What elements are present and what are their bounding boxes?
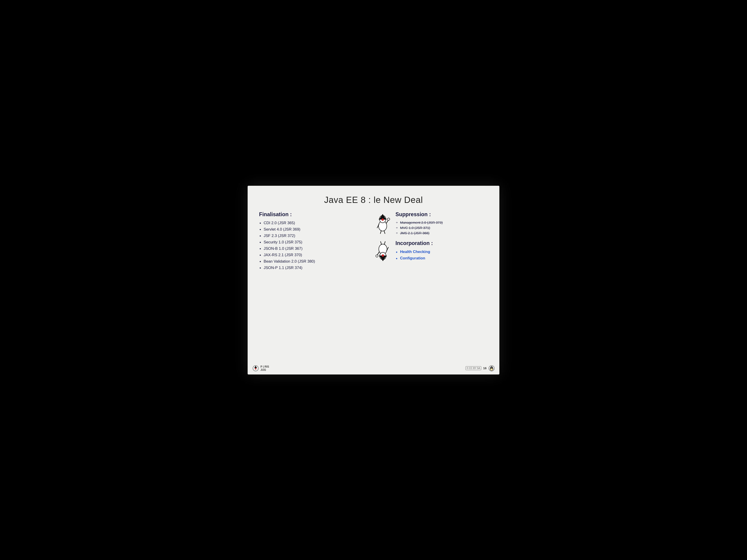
svg-point-6 [383,217,385,219]
svg-point-4 [382,218,384,221]
list-item: JSON-P 1.1 (JSR 374) [259,265,369,271]
left-column: Finalisation : CDI 2.0 (JSR 365)Servlet … [259,211,369,361]
content-area: Finalisation : CDI 2.0 (JSR 365)Servlet … [259,211,488,361]
incorporation-content: Incorporation : Health CheckingConfigura… [395,240,488,262]
svg-point-30 [490,366,493,369]
suppression-content: Suppression : Management 2.0 (JSR 373)MV… [395,211,488,236]
incorporation-title: Incorporation : [395,240,488,246]
svg-marker-25 [254,366,257,368]
svg-point-26 [255,368,256,369]
svg-line-23 [381,242,382,244]
right-column: Suppression : Management 2.0 (JSR 373)MV… [374,211,488,361]
suppression-title: Suppression : [395,211,488,217]
slide: Java EE 8 : le New Deal Finalisation : C… [248,186,499,374]
list-item: JMS 2.1 (JSR 368) [395,230,488,236]
list-item: Security 1.0 (JSR 375) [259,239,369,245]
list-item: Management 2.0 (JSR 373) [395,220,488,225]
svg-line-22 [384,242,385,244]
page-number: 16 [483,367,487,370]
svg-point-31 [491,367,492,367]
svg-line-10 [380,231,381,234]
list-item: JSF 2.3 (JSR 372) [259,233,369,239]
list-item: Bean Validation 2.0 (JSR 380) [259,258,369,265]
footer-left: P | RISJUG [252,365,269,372]
footer: P | RISJUG © CC BY SA 16 [248,365,499,372]
svg-point-32 [492,367,492,367]
duke-mascot-suppression [374,211,392,234]
list-item: JSON-B 1.0 (JSR 367) [259,245,369,252]
incorporation-section: Incorporation : Health CheckingConfigura… [374,240,488,263]
svg-line-11 [384,231,385,234]
logo-text: P | RISJUG [260,365,269,372]
suppression-list: Management 2.0 (JSR 373)MVC 1.0 (JSR 371… [395,220,488,236]
finalisation-title: Finalisation : [259,211,369,217]
list-item: JAX-RS 2.1 (JSR 370) [259,252,369,258]
incorporation-list: Health CheckingConfiguration [395,249,488,262]
list-item: MVC 1.0 (JSR 371) [395,225,488,230]
linux-penguin-icon [488,365,495,372]
duke-mascot-incorporation [374,240,392,263]
list-item: Health Checking [395,249,488,255]
list-item: Configuration [395,255,488,262]
cc-badge: © CC BY SA [465,366,481,370]
suppression-section: Suppression : Management 2.0 (JSR 373)MV… [374,211,488,236]
list-item: Servlet 4.0 (JSR 369) [259,226,369,233]
footer-right: © CC BY SA 16 [465,365,495,372]
svg-point-5 [381,217,382,219]
svg-point-20 [376,255,378,257]
svg-point-8 [387,218,390,220]
finalisation-list: CDI 2.0 (JSR 365)Servlet 4.0 (JSR 369)JS… [259,220,369,271]
list-item: CDI 2.0 (JSR 365) [259,220,369,226]
jug-logo-icon [252,365,259,372]
slide-title: Java EE 8 : le New Deal [259,195,488,205]
